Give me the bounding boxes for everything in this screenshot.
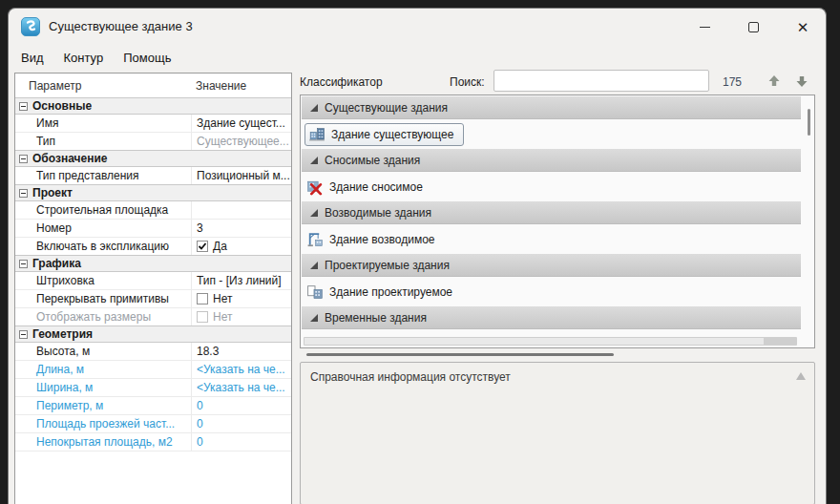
property-value-text: 18.3 bbox=[197, 345, 219, 358]
property-value[interactable]: <Указать на че... bbox=[191, 361, 291, 378]
dialog-window: Существующее здание 3 ✕ ВидКонтурПомощь … bbox=[8, 8, 827, 504]
property-value[interactable]: 0 bbox=[191, 433, 291, 451]
property-value-text: <Указать на че... bbox=[197, 381, 285, 394]
scroll-up-icon[interactable] bbox=[796, 372, 806, 380]
classifier-group-header[interactable]: Возводимые здания bbox=[302, 201, 801, 224]
property-group-header: Обозначение bbox=[15, 150, 291, 167]
property-value-text: Здание сущест... bbox=[197, 116, 285, 130]
search-next-button[interactable] bbox=[794, 74, 809, 89]
property-row: Площадь проезжей част...0 bbox=[15, 415, 291, 433]
property-value[interactable]: 0 bbox=[191, 397, 291, 414]
classifier-item[interactable]: Здание проектируемое bbox=[301, 279, 814, 305]
property-value-text: Тип - [Из линий] bbox=[197, 274, 282, 287]
property-label: Периметр, м bbox=[15, 399, 191, 412]
property-label: Тип bbox=[15, 135, 191, 148]
property-value[interactable]: Существующее... bbox=[191, 133, 291, 150]
menu-item-2[interactable]: Контур bbox=[57, 48, 111, 68]
collapse-icon[interactable] bbox=[19, 260, 28, 268]
menu-item-3[interactable]: Помощь bbox=[116, 48, 178, 68]
classifier-group-header[interactable]: Сносимые здания bbox=[302, 149, 801, 172]
property-group-label: Графика bbox=[32, 257, 81, 270]
property-value[interactable]: <Указать на че... bbox=[191, 379, 291, 396]
minimize-button[interactable] bbox=[682, 9, 727, 45]
property-group-label: Геометрия bbox=[32, 327, 93, 341]
property-value[interactable] bbox=[191, 201, 291, 219]
property-row: Отображать размерыНет bbox=[15, 308, 291, 326]
result-count: 175 bbox=[715, 75, 749, 89]
property-value[interactable]: 18.3 bbox=[191, 343, 291, 360]
classifier-group-header[interactable]: Существующие здания bbox=[302, 96, 801, 119]
property-value[interactable]: Нет bbox=[191, 290, 291, 307]
checkbox-unchecked-icon[interactable] bbox=[197, 293, 208, 304]
property-label: Перекрывать примитивы bbox=[15, 292, 191, 305]
property-group-header: Основные bbox=[15, 97, 291, 115]
menu-bar: ВидКонтурПомощь bbox=[14, 45, 184, 70]
property-grid-rows: ОсновныеИмяЗдание сущест...ТипСуществующ… bbox=[15, 97, 291, 452]
collapse-icon[interactable] bbox=[19, 189, 28, 198]
property-group-header: Проект bbox=[15, 184, 291, 201]
group-expanded-icon bbox=[309, 103, 319, 113]
property-row: Включать в экспликациюДа bbox=[15, 238, 291, 256]
property-value[interactable]: 0 bbox=[191, 415, 291, 432]
collapse-icon[interactable] bbox=[19, 330, 28, 339]
property-row: Высота, м18.3 bbox=[15, 343, 291, 361]
close-icon: ✕ bbox=[797, 20, 809, 34]
search-label: Поиск: bbox=[450, 75, 485, 89]
app-icon bbox=[21, 17, 40, 36]
collapse-icon[interactable] bbox=[19, 155, 28, 163]
property-value[interactable]: Нет bbox=[191, 308, 291, 326]
group-expanded-icon bbox=[309, 156, 319, 165]
classifier-group-label: Временные здания bbox=[325, 311, 427, 325]
classifier-item[interactable]: Здание существующее bbox=[301, 121, 814, 148]
list-vertical-scrollbar-thumb[interactable] bbox=[808, 109, 810, 136]
property-row: Периметр, м0 bbox=[15, 397, 291, 415]
property-row: Тип представленияПозиционный м... bbox=[15, 167, 291, 185]
property-label: Отображать размеры bbox=[15, 310, 191, 324]
hscroll-thumb[interactable] bbox=[304, 338, 764, 345]
property-value-text: <Указать на че... bbox=[197, 363, 285, 376]
classifier-list-content: Существующие зданияЗдание существующееСн… bbox=[301, 96, 814, 329]
property-value[interactable]: 3 bbox=[191, 220, 291, 237]
property-value-text: Позиционный м... bbox=[197, 169, 290, 182]
classifier-group-header[interactable]: Проектируемые здания bbox=[302, 254, 801, 277]
list-horizontal-scrollbar[interactable] bbox=[304, 337, 797, 346]
close-button[interactable]: ✕ bbox=[780, 9, 826, 45]
classifier-group-label: Сносимые здания bbox=[325, 154, 420, 167]
search-prev-button[interactable] bbox=[766, 74, 782, 89]
classifier-item[interactable]: Здание возводимое bbox=[301, 226, 814, 253]
property-value[interactable]: Здание сущест... bbox=[191, 115, 291, 132]
menu-item-1[interactable]: Вид bbox=[14, 48, 51, 68]
checkbox-checked-icon[interactable] bbox=[197, 241, 208, 252]
property-value-text: 0 bbox=[197, 417, 203, 430]
property-label: Номер bbox=[15, 221, 191, 235]
classifier-item[interactable]: Здание сносимое bbox=[301, 174, 814, 200]
property-group-label: Основные bbox=[32, 99, 92, 113]
property-group-label: Обозначение bbox=[32, 152, 107, 165]
classifier-list: Существующие зданияЗдание существующееСн… bbox=[300, 94, 815, 348]
property-grid: Параметр Значение ОсновныеИмяЗдание суще… bbox=[14, 73, 292, 504]
maximize-button[interactable] bbox=[730, 9, 776, 45]
classifier-group-header[interactable]: Временные здания bbox=[302, 306, 801, 329]
title-bar[interactable]: Существующее здание 3 ✕ bbox=[9, 9, 826, 45]
collapse-icon[interactable] bbox=[19, 102, 28, 111]
property-label: Высота, м bbox=[15, 345, 191, 358]
property-label: Длина, м bbox=[15, 363, 191, 376]
property-row: Перекрывать примитивыНет bbox=[15, 290, 291, 308]
building-erect-icon bbox=[306, 231, 324, 248]
property-label: Строительная площадка bbox=[15, 203, 191, 217]
property-row: ШтриховкаТип - [Из линий] bbox=[15, 272, 291, 290]
checkbox-unchecked-icon[interactable] bbox=[197, 311, 208, 323]
property-group-header: Графика bbox=[15, 255, 291, 272]
property-value[interactable]: Тип - [Из линий] bbox=[191, 272, 291, 289]
property-value[interactable]: Да bbox=[191, 238, 291, 255]
property-value[interactable]: Позиционный м... bbox=[191, 167, 291, 184]
help-panel: Справочная информация отсутствует bbox=[300, 362, 815, 504]
classifier-item-label: Здание проектируемое bbox=[329, 285, 452, 299]
property-row: Ширина, м<Указать на че... bbox=[15, 379, 291, 397]
window-title: Существующее здание 3 bbox=[49, 9, 193, 45]
panel-horizontal-scrollbar-thumb[interactable] bbox=[306, 353, 614, 356]
search-input[interactable] bbox=[494, 70, 709, 92]
property-row: ТипСуществующее... bbox=[15, 133, 291, 151]
classifier-item-label: Здание сносимое bbox=[329, 180, 423, 194]
help-text: Справочная информация отсутствует bbox=[310, 370, 511, 384]
